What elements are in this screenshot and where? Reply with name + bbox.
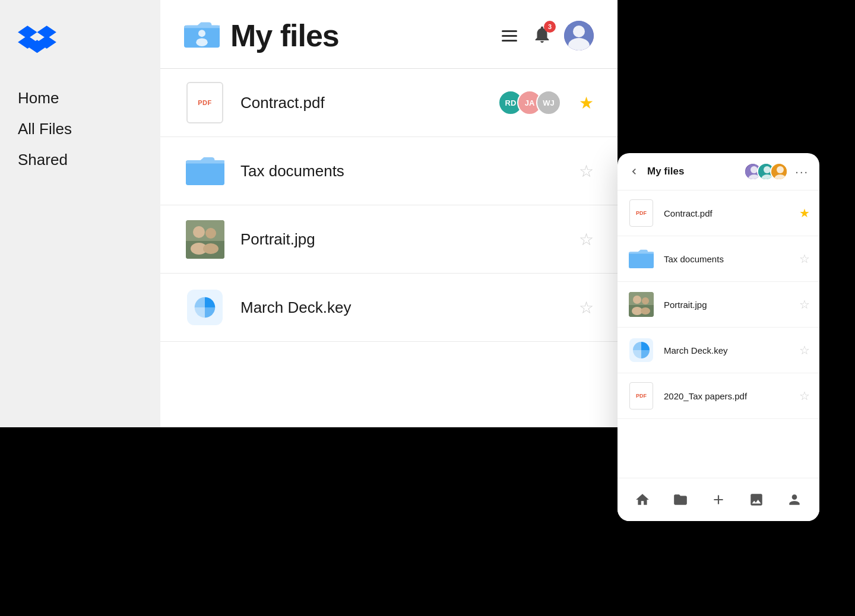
- panel-pdf-icon-contract: PDF: [627, 199, 656, 227]
- svg-rect-11: [186, 160, 224, 185]
- panel-bottom-nav: [618, 478, 819, 521]
- avatar-wj: WJ: [536, 90, 561, 115]
- panel-title: My files: [647, 166, 744, 177]
- file-name-portrait: Portrait.jpg: [240, 230, 579, 249]
- panel-star-tax[interactable]: ☆: [799, 252, 810, 266]
- panel-file-item-march[interactable]: March Deck.key ☆: [618, 328, 819, 373]
- panel-file-name-tax2: 2020_Tax papers.pdf: [664, 391, 799, 401]
- file-name-contract: Contract.pdf: [240, 94, 498, 112]
- svg-point-35: [641, 307, 650, 315]
- sidebar-item-all-files[interactable]: All Files: [18, 119, 142, 139]
- file-item-portrait[interactable]: Portrait.jpg ☆: [160, 205, 618, 274]
- folder-icon-main: [184, 19, 220, 52]
- file-icon-tax: [184, 150, 226, 192]
- svg-point-14: [193, 226, 205, 238]
- file-icon-march: [184, 287, 226, 328]
- file-avatars-contract: RD JA WJ: [498, 90, 561, 115]
- svg-point-7: [196, 38, 208, 46]
- header-right: 3: [499, 21, 594, 50]
- star-tax[interactable]: ☆: [579, 161, 594, 181]
- panel-file-list: PDF Contract.pdf ★ Tax documents ☆: [618, 190, 819, 478]
- panel-keynote: [629, 338, 653, 362]
- panel-portrait-icon: [627, 290, 656, 319]
- panel-folder-icon-tax: [627, 245, 656, 273]
- file-icon-portrait: [184, 218, 226, 260]
- file-name-tax: Tax documents: [240, 162, 579, 180]
- panel-keynote-icon-march: [627, 336, 656, 364]
- panel-portrait-thumbnail: [629, 292, 654, 317]
- panel-star-march[interactable]: ☆: [799, 343, 810, 357]
- svg-point-9: [573, 26, 585, 37]
- panel-nav-folder[interactable]: [667, 487, 694, 513]
- panel-file-name-tax: Tax documents: [664, 254, 799, 264]
- portrait-thumbnail: [186, 220, 224, 259]
- panel-file-item-portrait[interactable]: Portrait.jpg ☆: [618, 282, 819, 328]
- panel-nav-person[interactable]: [781, 487, 808, 513]
- user-avatar[interactable]: [564, 21, 594, 50]
- menu-button[interactable]: [499, 27, 520, 45]
- svg-rect-29: [629, 252, 654, 268]
- panel-avatar-3: [770, 163, 788, 180]
- panel-file-item-tax2[interactable]: PDF 2020_Tax papers.pdf ☆: [618, 373, 819, 419]
- sidebar-item-shared[interactable]: Shared: [18, 150, 142, 170]
- star-portrait[interactable]: ☆: [579, 230, 594, 249]
- svg-point-34: [642, 297, 649, 304]
- main-header: My files 3: [160, 0, 618, 68]
- panel-file-item-tax[interactable]: Tax documents ☆: [618, 236, 819, 282]
- svg-point-27: [777, 166, 784, 173]
- sidebar: Home All Files Shared: [0, 0, 160, 427]
- panel-nav-image[interactable]: [743, 487, 770, 513]
- panel-star-contract[interactable]: ★: [799, 206, 810, 220]
- mobile-panel: My files: [618, 153, 819, 521]
- panel-star-tax2[interactable]: ☆: [799, 389, 810, 403]
- sidebar-item-home[interactable]: Home: [18, 88, 142, 109]
- svg-point-16: [205, 228, 216, 239]
- star-march[interactable]: ☆: [579, 298, 594, 317]
- keynote-icon: [187, 290, 223, 325]
- panel-back-button[interactable]: [628, 166, 640, 177]
- panel-file-name-portrait: Portrait.jpg: [664, 300, 799, 310]
- notification-button[interactable]: 3: [532, 24, 552, 47]
- file-item-contract[interactable]: PDF Contract.pdf RD JA WJ ★: [160, 69, 618, 137]
- file-item-tax[interactable]: Tax documents ☆: [160, 137, 618, 205]
- panel-file-name-contract: Contract.pdf: [664, 208, 799, 218]
- file-icon-contract: PDF: [184, 82, 226, 123]
- avatar-image: [564, 21, 594, 50]
- page-title: My files: [230, 18, 339, 53]
- svg-point-32: [633, 296, 641, 304]
- svg-point-17: [203, 243, 218, 254]
- panel-nav-home[interactable]: [629, 487, 656, 513]
- main-content: My files 3: [160, 0, 618, 427]
- file-item-march[interactable]: March Deck.key ☆: [160, 274, 618, 342]
- panel-star-portrait[interactable]: ☆: [799, 297, 810, 312]
- logo[interactable]: [18, 24, 142, 59]
- header-left: My files: [184, 18, 339, 53]
- panel-more-button[interactable]: ···: [795, 165, 809, 179]
- file-name-march: March Deck.key: [240, 299, 579, 317]
- panel-file-item-contract[interactable]: PDF Contract.pdf ★: [618, 190, 819, 236]
- pdf-icon: PDF: [186, 82, 223, 123]
- star-contract[interactable]: ★: [579, 93, 594, 113]
- notification-badge: 3: [544, 21, 556, 33]
- panel-pdf-icon-tax2: PDF: [627, 382, 656, 410]
- panel-nav-add[interactable]: [705, 487, 732, 513]
- panel-file-name-march: March Deck.key: [664, 345, 799, 355]
- panel-avatars: [744, 163, 788, 180]
- svg-point-6: [198, 30, 205, 37]
- panel-header: My files: [618, 153, 819, 190]
